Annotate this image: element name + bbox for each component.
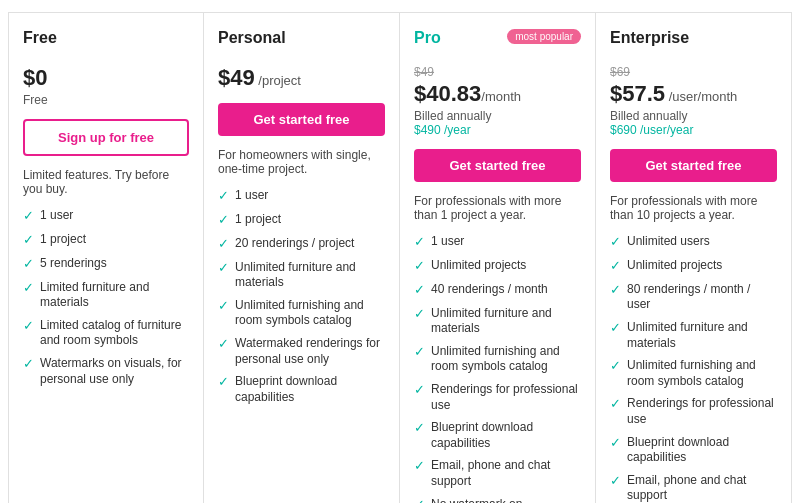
price-original-enterprise: $69 (610, 65, 777, 79)
check-icon: ✓ (218, 260, 229, 277)
feature-item: ✓Unlimited furnishing and room symbols c… (218, 298, 385, 329)
feature-text: Blueprint download capabilities (235, 374, 385, 405)
feature-list-enterprise: ✓Unlimited users✓Unlimited projects✓80 r… (610, 234, 777, 503)
price-label-free: Free (23, 93, 189, 107)
feature-item: ✓Unlimited users (610, 234, 777, 251)
check-icon: ✓ (414, 306, 425, 323)
check-icon: ✓ (610, 258, 621, 275)
feature-text: Watermaked renderings for personal use o… (235, 336, 385, 367)
price-main-free: $0 (23, 65, 189, 91)
check-icon: ✓ (414, 234, 425, 251)
feature-text: 40 renderings / month (431, 282, 548, 298)
feature-text: Unlimited furnishing and room symbols ca… (235, 298, 385, 329)
check-icon: ✓ (218, 336, 229, 353)
feature-text: Unlimited users (627, 234, 710, 250)
price-original-pro: $49 (414, 65, 581, 79)
feature-item: ✓Watermaked renderings for personal use … (218, 336, 385, 367)
feature-text: 1 user (40, 208, 73, 224)
feature-item: ✓1 user (218, 188, 385, 205)
feature-item: ✓Watermarks on visuals, for personal use… (23, 356, 189, 387)
check-icon: ✓ (610, 282, 621, 299)
price-label-enterprise: Billed annually (610, 109, 777, 123)
feature-item: ✓Unlimited furnishing and room symbols c… (414, 344, 581, 375)
feature-text: 5 renderings (40, 256, 107, 272)
check-icon: ✓ (610, 320, 621, 337)
price-main-enterprise: $57.5 /user/month (610, 81, 777, 107)
price-main-pro: $40.83/month (414, 81, 581, 107)
check-icon: ✓ (218, 236, 229, 253)
feature-text: No watermark on renderings (431, 497, 581, 503)
plan-tagline-personal: For homeowners with single, one-time pro… (218, 148, 385, 178)
feature-text: Unlimited projects (431, 258, 526, 274)
feature-item: ✓Limited furniture and materials (23, 280, 189, 311)
feature-item: ✓Renderings for professional use (414, 382, 581, 413)
feature-item: ✓Blueprint download capabilities (218, 374, 385, 405)
feature-list-pro: ✓1 user✓Unlimited projects✓40 renderings… (414, 234, 581, 503)
feature-text: Watermarks on visuals, for personal use … (40, 356, 189, 387)
check-icon: ✓ (414, 344, 425, 361)
check-icon: ✓ (218, 298, 229, 315)
plan-header-enterprise: Enterprise (610, 29, 777, 57)
cta-button-enterprise[interactable]: Get started free (610, 149, 777, 182)
check-icon: ✓ (610, 358, 621, 375)
feature-item: ✓1 user (23, 208, 189, 225)
feature-item: ✓Unlimited projects (414, 258, 581, 275)
feature-item: ✓Blueprint download capabilities (414, 420, 581, 451)
plan-header-pro: Promost popular (414, 29, 581, 57)
feature-item: ✓Unlimited furnishing and room symbols c… (610, 358, 777, 389)
feature-text: Renderings for professional use (431, 382, 581, 413)
feature-text: 80 renderings / month / user (627, 282, 777, 313)
feature-item: ✓Unlimited furniture and materials (414, 306, 581, 337)
check-icon: ✓ (610, 473, 621, 490)
feature-text: Email, phone and chat support (431, 458, 581, 489)
feature-list-free: ✓1 user✓1 project✓5 renderings✓Limited f… (23, 208, 189, 503)
cta-button-free[interactable]: Sign up for free (23, 119, 189, 156)
feature-item: ✓Blueprint download capabilities (610, 435, 777, 466)
pricing-grid: Free$0FreeSign up for freeLimited featur… (0, 0, 800, 503)
plan-header-free: Free (23, 29, 189, 57)
feature-item: ✓20 renderings / project (218, 236, 385, 253)
feature-text: Unlimited furniture and materials (627, 320, 777, 351)
plan-tagline-enterprise: For professionals with more than 10 proj… (610, 194, 777, 224)
check-icon: ✓ (218, 374, 229, 391)
plan-card-enterprise: Enterprise$69$57.5 /user/monthBilled ann… (596, 12, 792, 503)
plan-tagline-free: Limited features. Try before you buy. (23, 168, 189, 198)
plan-tagline-pro: For professionals with more than 1 proje… (414, 194, 581, 224)
feature-text: Blueprint download capabilities (627, 435, 777, 466)
plan-card-personal: Personal$49 /projectGet started freeFor … (204, 12, 400, 503)
check-icon: ✓ (414, 282, 425, 299)
feature-item: ✓Unlimited furniture and materials (218, 260, 385, 291)
most-popular-badge: most popular (507, 29, 581, 44)
cta-button-personal[interactable]: Get started free (218, 103, 385, 136)
check-icon: ✓ (610, 234, 621, 251)
check-icon: ✓ (414, 497, 425, 503)
feature-text: Unlimited furniture and materials (431, 306, 581, 337)
feature-text: 1 user (431, 234, 464, 250)
check-icon: ✓ (23, 232, 34, 249)
feature-item: ✓1 project (218, 212, 385, 229)
feature-item: ✓40 renderings / month (414, 282, 581, 299)
feature-text: Unlimited furnishing and room symbols ca… (627, 358, 777, 389)
check-icon: ✓ (610, 435, 621, 452)
plan-card-free: Free$0FreeSign up for freeLimited featur… (8, 12, 204, 503)
feature-item: ✓5 renderings (23, 256, 189, 273)
feature-item: ✓80 renderings / month / user (610, 282, 777, 313)
check-icon: ✓ (414, 258, 425, 275)
feature-item: ✓1 user (414, 234, 581, 251)
cta-button-pro[interactable]: Get started free (414, 149, 581, 182)
feature-text: Unlimited furnishing and room symbols ca… (431, 344, 581, 375)
feature-list-personal: ✓1 user✓1 project✓20 renderings / projec… (218, 188, 385, 503)
feature-text: Unlimited projects (627, 258, 722, 274)
plan-card-pro: Promost popular$49$40.83/monthBilled ann… (400, 12, 596, 503)
check-icon: ✓ (218, 212, 229, 229)
feature-text: Unlimited furniture and materials (235, 260, 385, 291)
feature-item: ✓Email, phone and chat support (414, 458, 581, 489)
price-main-personal: $49 /project (218, 65, 385, 91)
feature-text: 1 project (40, 232, 86, 248)
feature-text: Limited furniture and materials (40, 280, 189, 311)
feature-item: ✓Email, phone and chat support (610, 473, 777, 503)
feature-text: 1 user (235, 188, 268, 204)
feature-item: ✓No watermark on renderings (414, 497, 581, 503)
plan-name-personal: Personal (218, 29, 385, 47)
check-icon: ✓ (23, 280, 34, 297)
